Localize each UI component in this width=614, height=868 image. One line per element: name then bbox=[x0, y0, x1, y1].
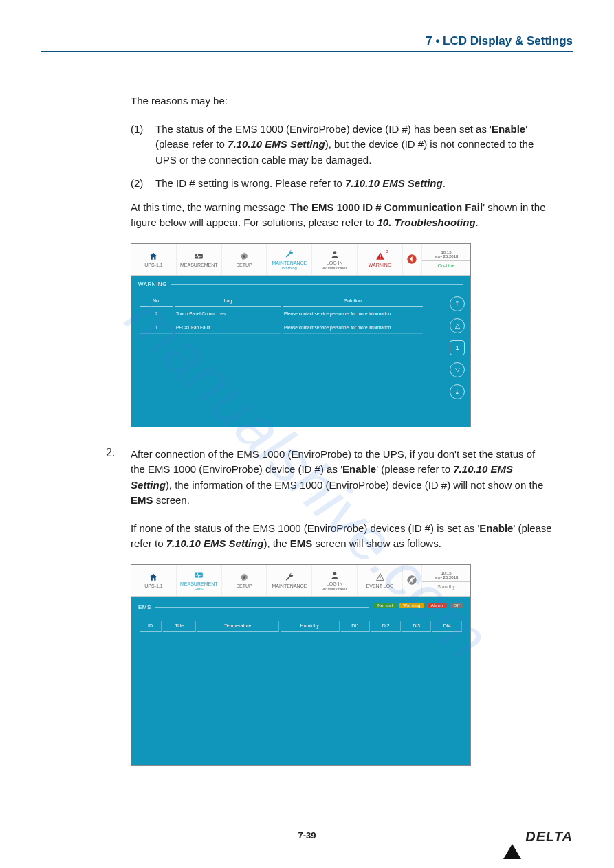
ui1-warning-table: No. Log Solution 2 Touch Panel Comm Loss… bbox=[138, 294, 424, 335]
ui1-warning-tab[interactable]: 2 WARNING bbox=[358, 244, 403, 275]
svg-rect-3 bbox=[380, 255, 380, 258]
ui1-maintenance-tab[interactable]: MAINTENANCE Warning bbox=[267, 244, 312, 275]
warning-icon: 2 bbox=[375, 251, 386, 262]
pulse-icon bbox=[193, 570, 204, 581]
intro-text: The reasons may be: bbox=[131, 93, 552, 109]
reason-2: (2) The ID # setting is wrong. Please re… bbox=[131, 176, 552, 192]
ui2-eventlog-tab[interactable]: EVENT LOG bbox=[358, 565, 403, 596]
reason-2-text: The ID # setting is wrong. Please refer … bbox=[155, 176, 446, 192]
ui1-login-tab[interactable]: LOG IN Administrator bbox=[312, 244, 358, 275]
delta-triangle-icon bbox=[503, 829, 521, 845]
ui1-time-status: 10:15 May 25,2018 On-Line bbox=[422, 244, 470, 275]
ui1-topbar: UPS-1.1 MEASUREMENT SETUP MAINTENANCE Wa… bbox=[131, 244, 470, 276]
user-icon bbox=[329, 570, 340, 581]
ui1-setup-tab[interactable]: SETUP bbox=[222, 244, 267, 275]
delta-logo: DELTA bbox=[503, 829, 573, 845]
speaker-muted-icon bbox=[406, 575, 417, 586]
ui1-side-controls: ⤒ △ 1 ▽ ⤓ bbox=[450, 296, 465, 399]
ui1-body: WARNING No. Log Solution 2 Touch Panel C… bbox=[131, 276, 470, 427]
warning-outline-icon bbox=[375, 572, 386, 583]
col-title: Title bbox=[163, 621, 196, 632]
scroll-down-button[interactable]: ▽ bbox=[450, 362, 465, 377]
reason-1-text: The status of the EMS 1000 (EnviroProbe)… bbox=[155, 122, 552, 168]
col-id: ID bbox=[140, 621, 162, 632]
col-di2: DI2 bbox=[371, 621, 401, 632]
svg-rect-4 bbox=[380, 258, 380, 258]
table-row: 2 Touch Panel Comm Loss Please contact s… bbox=[140, 308, 423, 320]
ui2-setup-tab[interactable]: SETUP bbox=[222, 565, 267, 596]
svg-point-2 bbox=[333, 251, 336, 254]
col-no: No. bbox=[140, 296, 173, 307]
wrench-icon bbox=[284, 249, 295, 260]
ui2-topbar: UPS-1.1 MEASUREMENT EMS SETUP MAINTENANC… bbox=[131, 565, 470, 597]
ui2-body: EMS Normal Warning Alarm Off ID Title Te… bbox=[131, 597, 470, 765]
scroll-bottom-button[interactable]: ⤓ bbox=[450, 384, 465, 399]
col-di3: DI3 bbox=[402, 621, 432, 632]
reason-2-num: (2) bbox=[131, 176, 149, 192]
pulse-icon bbox=[193, 251, 204, 262]
chapter-header: 7 • LCD Display & Settings bbox=[41, 34, 573, 52]
ui2-ems-table: ID Title Temperature Humidity DI1 DI2 DI… bbox=[138, 619, 463, 633]
table-row: 1 PFC#1 Fan Fault Please contact service… bbox=[140, 322, 423, 334]
paragraph-3: If none of the status of the EMS 1000 (E… bbox=[131, 521, 552, 552]
reason-1-num: (1) bbox=[131, 122, 149, 168]
ui2-home-tab[interactable]: UPS-1.1 bbox=[131, 565, 177, 596]
col-hum: Humidity bbox=[281, 621, 340, 632]
col-temp: Temperature bbox=[197, 621, 278, 632]
warning-paragraph: At this time, the warning message 'The E… bbox=[131, 200, 552, 231]
ui1-home-tab[interactable]: UPS-1.1 bbox=[131, 244, 177, 275]
col-solution: Solution bbox=[283, 296, 423, 307]
scroll-up-button[interactable]: △ bbox=[450, 318, 465, 333]
ui1-speaker-button[interactable] bbox=[403, 244, 422, 275]
gear-icon bbox=[239, 572, 250, 583]
item-2-number: 2. bbox=[106, 447, 115, 459]
page-indicator[interactable]: 1 bbox=[450, 340, 465, 355]
paragraph-2: After connection of the EMS 1000 (Enviro… bbox=[131, 447, 552, 509]
reason-1: (1) The status of the EMS 1000 (EnviroPr… bbox=[131, 122, 552, 168]
ui1-measurement-tab[interactable]: MEASUREMENT bbox=[177, 244, 222, 275]
speaker-icon bbox=[406, 254, 417, 265]
status-badges: Normal Warning Alarm Off bbox=[373, 602, 463, 608]
gear-icon bbox=[239, 251, 250, 262]
svg-rect-10 bbox=[380, 579, 380, 579]
ui2-maintenance-tab[interactable]: MAINTENANCE bbox=[267, 565, 312, 596]
wrench-icon bbox=[284, 572, 295, 583]
brand-text: DELTA bbox=[525, 829, 573, 845]
svg-point-8 bbox=[333, 572, 336, 575]
col-di1: DI1 bbox=[341, 621, 371, 632]
ui-screenshot-warning: UPS-1.1 MEASUREMENT SETUP MAINTENANCE Wa… bbox=[131, 243, 471, 427]
ui2-measurement-tab[interactable]: MEASUREMENT EMS bbox=[177, 565, 222, 596]
ui-screenshot-ems: UPS-1.1 MEASUREMENT EMS SETUP MAINTENANC… bbox=[131, 564, 471, 766]
svg-rect-9 bbox=[380, 576, 380, 578]
ui2-section-label: EMS Normal Warning Alarm Off bbox=[138, 602, 463, 612]
col-log: Log bbox=[175, 296, 281, 307]
home-icon bbox=[148, 572, 159, 583]
ui2-login-tab[interactable]: LOG IN Administrator bbox=[312, 565, 358, 596]
user-icon bbox=[329, 249, 340, 260]
home-icon bbox=[148, 251, 159, 262]
ui2-speaker-button[interactable] bbox=[403, 565, 422, 596]
scroll-top-button[interactable]: ⤒ bbox=[450, 296, 465, 311]
ui2-time-status: 10:15 May 25,2018 Standby bbox=[422, 565, 470, 596]
ui1-section-label: WARNING bbox=[138, 281, 463, 287]
col-di4: DI4 bbox=[432, 621, 462, 632]
